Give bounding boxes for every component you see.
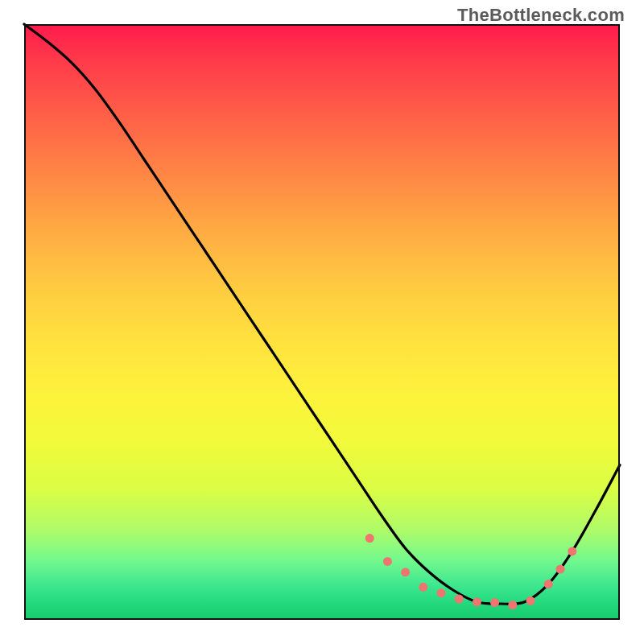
marker-dot — [419, 583, 427, 592]
marker-dot — [490, 598, 499, 607]
series-curve — [24, 24, 620, 604]
marker-dot — [526, 597, 535, 605]
marker-dot — [556, 565, 565, 574]
highlight-markers — [365, 534, 577, 609]
marker-dot — [365, 534, 374, 543]
marker-dot — [401, 568, 410, 576]
chart-root: TheBottleneck.com — [0, 0, 644, 644]
marker-dot — [437, 588, 446, 597]
plot-area — [24, 24, 620, 620]
marker-dot — [383, 557, 392, 566]
marker-dot — [473, 597, 481, 606]
marker-dot — [568, 547, 576, 555]
chart-overlay — [24, 24, 620, 620]
marker-dot — [544, 580, 553, 588]
marker-dot — [508, 601, 517, 609]
marker-dot — [455, 595, 464, 604]
attribution-watermark: TheBottleneck.com — [457, 5, 625, 26]
